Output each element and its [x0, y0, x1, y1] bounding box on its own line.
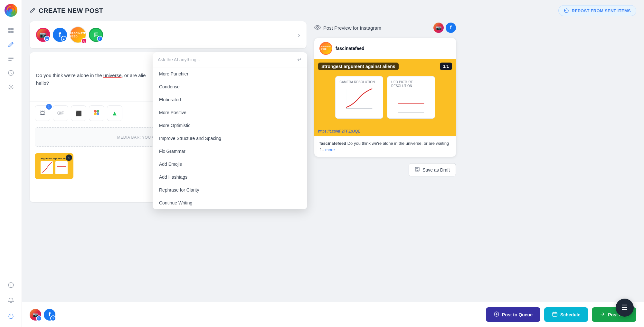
save-draft-button[interactable]: Save as Draft	[409, 163, 456, 176]
ai-input-field[interactable]	[158, 57, 295, 62]
preview-platforms: 📷 f	[433, 23, 456, 33]
svg-rect-8	[8, 60, 12, 61]
media-thumb: argument against aliens ×	[35, 153, 73, 179]
account-fascinate[interactable]: FASCINATEFEED ig	[70, 26, 86, 43]
ai-option-more-optimistic[interactable]: More Optimistic	[153, 119, 307, 132]
svg-point-21	[315, 25, 320, 29]
bottom-accounts: 📷 1 f 1	[30, 309, 55, 321]
canva-button[interactable]: ⬛	[71, 105, 86, 121]
svg-point-17	[97, 113, 99, 115]
preview-avatar: FASCINATE FEED	[319, 42, 332, 55]
sidebar	[0, 0, 22, 327]
preview-image-label: Strongest argument against aliens	[318, 63, 399, 70]
ai-option-rephrase[interactable]: Rephrase for Clarity	[153, 183, 307, 196]
sidebar-item-info[interactable]	[5, 279, 17, 291]
preview-panel: Post Preview for Instagram 📷 f FASCINATE	[314, 21, 456, 297]
ai-option-add-hashtags[interactable]: Add Hashtags	[153, 171, 307, 183]
schedule-icon	[552, 311, 558, 318]
bottom-account-fb[interactable]: f 1	[44, 309, 55, 321]
preview-username: fascinatefeed	[336, 46, 364, 51]
bottom-bar: 📷 1 f 1 Post to Queue	[22, 302, 644, 327]
account-fb[interactable]: f 1	[53, 28, 67, 42]
text-part2: , or are alie	[122, 73, 146, 78]
ai-option-fix-grammar[interactable]: Fix Grammar	[153, 145, 307, 158]
caption-more-link[interactable]: more	[325, 147, 335, 152]
repost-label: REPOST FROM SENT ITEMS	[572, 8, 631, 13]
ai-send-button[interactable]: ↵	[297, 56, 302, 63]
create-post-area: 📷 1 f 1 FASCINATEFEED ig	[22, 21, 644, 302]
ai-option-add-emojis[interactable]: Add Emojis	[153, 158, 307, 171]
main-content: CREATE NEW POST REPOST FROM SENT ITEMS 📷…	[22, 0, 644, 327]
sidebar-item-dashboard[interactable]	[5, 25, 17, 36]
sidebar-item-feed[interactable]	[5, 53, 17, 64]
ai-option-condense[interactable]: Condense	[153, 80, 307, 93]
media-thumb-close[interactable]: ×	[66, 154, 72, 161]
up-arrow-icon: ▲	[111, 110, 118, 117]
preview-card: FASCINATE FEED fascinatefeed Strongest a…	[314, 38, 456, 157]
preview-ig-badge[interactable]: 📷	[433, 23, 444, 33]
account-green[interactable]: F f	[89, 28, 103, 42]
svg-point-1	[9, 9, 13, 12]
svg-rect-34	[553, 312, 557, 316]
schedule-button[interactable]: Schedule	[544, 307, 588, 322]
ig-badge: 1	[44, 36, 50, 42]
page-header: CREATE NEW POST REPOST FROM SENT ITEMS	[22, 0, 644, 21]
post-now-icon	[600, 311, 605, 318]
ai-option-more-punchier[interactable]: More Punchier	[153, 67, 307, 80]
sidebar-item-notifications[interactable]	[5, 295, 17, 306]
fb-platform-icon: f	[450, 25, 451, 31]
graph-ufo-title: UFO PICTURE RESOLUTION	[391, 80, 431, 88]
svg-rect-4	[8, 31, 11, 33]
svg-rect-7	[8, 58, 14, 59]
save-draft-area: Save as Draft	[314, 161, 456, 179]
svg-point-10	[10, 86, 12, 88]
sidebar-item-compose[interactable]	[5, 39, 17, 50]
bottom-account-ig[interactable]: 📷 1	[30, 309, 41, 321]
fab-menu-button[interactable]: ☰	[616, 299, 634, 317]
ai-option-more-positive[interactable]: More Positive	[153, 106, 307, 119]
ai-option-continue[interactable]: Continue Writing	[153, 196, 307, 209]
bottom-actions: Post to Queue Schedule Post Now	[486, 307, 636, 322]
preview-title: Post Preview for Instagram	[314, 25, 381, 31]
image-badge: 1	[46, 104, 52, 110]
repost-button[interactable]: REPOST FROM SENT ITEMS	[558, 5, 636, 16]
accounts-bar: 📷 1 f 1 FASCINATEFEED ig	[30, 21, 307, 48]
gif-button[interactable]: GIF	[53, 105, 68, 121]
post-to-queue-button[interactable]: Post to Queue	[486, 307, 540, 322]
more-media-button[interactable]: ▲	[107, 105, 122, 121]
bottom-ig-badge: 1	[36, 315, 42, 321]
app-logo	[5, 4, 17, 17]
preview-fb-badge[interactable]: f	[446, 23, 456, 33]
ai-menu-list: More Punchier Condense Eloborated More P…	[153, 67, 307, 209]
accounts-list: 📷 1 f 1 FASCINATEFEED ig	[36, 26, 103, 43]
fb-badge: 1	[61, 36, 67, 42]
image-icon: 🖼	[40, 110, 45, 116]
eye-icon	[314, 25, 321, 31]
green-badge: f	[97, 36, 103, 42]
sidebar-item-settings[interactable]	[5, 81, 17, 93]
bottom-fb-badge: 1	[50, 315, 56, 321]
account-ig[interactable]: 📷 1	[36, 28, 50, 42]
svg-rect-20	[55, 161, 68, 174]
svg-rect-2	[8, 28, 11, 30]
google-photos-icon	[93, 109, 100, 117]
graph-camera: CAMERA RESOLUTION	[335, 76, 383, 119]
accounts-chevron[interactable]: ›	[298, 31, 300, 39]
ai-input-row: ↵	[153, 52, 307, 67]
preview-image-area: Strongest argument against aliens 1/1 ht…	[314, 59, 456, 136]
google-photos-button[interactable]	[89, 105, 104, 121]
fab-menu-icon: ☰	[621, 303, 628, 312]
text-underlined: universe	[103, 73, 122, 78]
schedule-label: Schedule	[560, 312, 580, 317]
sidebar-item-schedule[interactable]	[5, 67, 17, 79]
ai-option-eloborated[interactable]: Eloborated	[153, 93, 307, 106]
sidebar-item-power[interactable]	[5, 310, 17, 322]
image-upload-button[interactable]: 🖼 1	[35, 105, 50, 121]
svg-point-16	[94, 113, 97, 115]
page-title-text: CREATE NEW POST	[39, 7, 103, 15]
svg-point-22	[317, 26, 318, 28]
ai-option-improve-structure[interactable]: Improve Structure and Spacing	[153, 132, 307, 145]
preview-card-header: FASCINATE FEED fascinatefeed	[314, 38, 456, 59]
save-draft-icon	[415, 167, 420, 173]
ig-platform-icon: 📷	[436, 25, 441, 30]
